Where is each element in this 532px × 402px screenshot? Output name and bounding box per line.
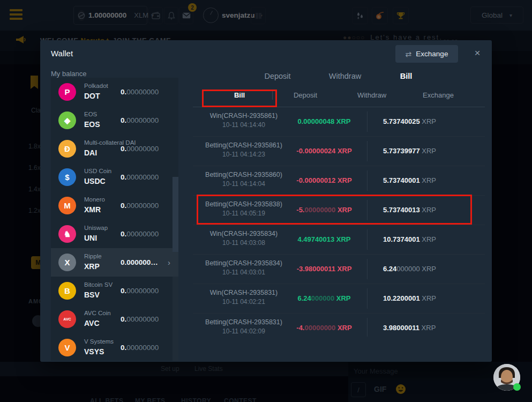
bill-row-time: 10-11 04:03:01 xyxy=(193,269,295,276)
bill-row-balance: 5.73740013 XRP xyxy=(383,206,436,214)
bill-row-amount: -5.00000000 XRP xyxy=(284,206,364,214)
bill-row: Betting(CRASH-2935834) 10-11 04:03:01 -3… xyxy=(193,255,485,284)
bill-row-description: Betting(CRASH-2935860) 10-11 04:14:04 xyxy=(193,166,295,195)
bill-row-balance: 10.7374001 XRP xyxy=(383,235,436,243)
bill-row-time: 10-11 04:05:19 xyxy=(193,210,295,217)
coin-list-item[interactable]: B Bitcoin SV BSV 0.00000000 › xyxy=(51,277,178,305)
bill-row: Betting(CRASH-2935831) 10-11 04:02:09 -4… xyxy=(193,314,485,337)
coin-balance: 0.00000000 xyxy=(121,116,159,124)
coin-list-item[interactable]: X Ripple XRP 0.000000… › xyxy=(51,248,178,277)
coin-list-item[interactable]: M Monero XMR 0.00000000 › xyxy=(51,191,178,220)
wallet-tab-deposit[interactable]: Deposit xyxy=(264,72,290,80)
bill-row-divider xyxy=(367,200,368,220)
online-status-dot xyxy=(513,383,521,391)
coin-balance: 0.00000000 xyxy=(121,173,159,181)
bill-row-time: 10-11 04:14:40 xyxy=(193,121,295,129)
coin-logo-icon: B xyxy=(58,282,76,300)
coin-logo-icon: ◆ xyxy=(58,111,76,129)
bill-row-balance: 5.73739977 XRP xyxy=(383,147,436,155)
coin-logo-icon: X xyxy=(58,254,76,271)
bill-row-amount: -4.00000000 XRP xyxy=(284,324,364,332)
coin-list-item[interactable]: $ USD Coin USDC 0.00000000 › xyxy=(51,163,178,191)
bill-row-description: Betting(CRASH-2935861) 10-11 04:14:23 xyxy=(193,137,295,166)
close-icon[interactable]: × xyxy=(472,47,483,59)
bill-row-type: Betting(CRASH-2935838) xyxy=(193,200,295,208)
bill-row: Betting(CRASH-2935861) 10-11 04:14:23 -0… xyxy=(193,137,485,166)
app-window: 1.00000000 XLM ▾ 2 svenjatzu ▾ B xyxy=(0,0,532,402)
coin-list-item[interactable]: Đ Multi-collateral DAI DAI 0.00000000 › xyxy=(51,135,178,163)
exchange-arrows-icon: ⇄ xyxy=(406,50,412,58)
bill-row-balance: 5.73740001 XRP xyxy=(383,176,436,184)
coin-logo-icon: $ xyxy=(58,168,76,186)
bill-row-balance: 3.98000011 XRP xyxy=(383,324,436,332)
bill-subtab-exchange[interactable]: Exchange xyxy=(423,91,454,99)
coin-name: Monero xyxy=(84,196,105,203)
bill-row-type: Win(CRASH-2935831) xyxy=(193,289,295,296)
coin-list-item[interactable]: P Polkadot DOT 0.00000000 › xyxy=(51,78,178,106)
coin-symbol: DAI xyxy=(84,148,97,157)
bill-row-divider xyxy=(367,259,368,279)
bill-row-description: Betting(CRASH-2935834) 10-11 04:03:01 xyxy=(193,255,295,284)
coin-balance: 0.00000000 xyxy=(121,344,159,352)
coin-list-item[interactable]: ♞ Uniswap UNI 0.00000000 › xyxy=(51,220,178,248)
bill-row-type: Betting(CRASH-2935831) xyxy=(193,318,295,326)
coin-balance: 0.00000000 xyxy=(121,145,159,153)
coin-symbol: XRP xyxy=(84,262,100,271)
bill-row-time: 10-11 04:14:04 xyxy=(193,180,295,188)
coin-balance: 0.00000000 xyxy=(121,287,159,295)
coin-symbol: XMR xyxy=(84,205,101,214)
coin-logo-icon: AVC xyxy=(58,310,76,328)
coin-list-item[interactable]: AVC AVC Coin AVC 0.00000000 › xyxy=(51,305,178,333)
bill-row-type: Win(CRASH-2935861) xyxy=(193,112,295,120)
bill-row-divider xyxy=(367,288,368,309)
bill-row: Win(CRASH-2935834) 10-11 04:03:08 4.4974… xyxy=(193,225,485,255)
bill-transaction-list: Win(CRASH-2935861) 10-11 04:14:40 0.0000… xyxy=(193,107,485,337)
chevron-right-icon: › xyxy=(168,258,170,267)
bill-row: Betting(CRASH-2935860) 10-11 04:14:04 -0… xyxy=(193,166,485,196)
bill-row-description: Betting(CRASH-2935838) 10-11 04:05:19 xyxy=(193,196,295,225)
exchange-button[interactable]: ⇄ Exchange xyxy=(395,45,458,63)
coin-symbol: EOS xyxy=(84,120,100,129)
bill-row-description: Betting(CRASH-2935831) 10-11 04:02:09 xyxy=(193,314,295,337)
bill-subtab-bill[interactable]: Bill xyxy=(234,91,245,99)
coin-list-item[interactable]: V V Systems VSYS 0.00000000 › xyxy=(51,333,178,361)
bill-subtab-deposit[interactable]: Deposit xyxy=(294,91,317,99)
coin-symbol: VSYS xyxy=(84,347,104,356)
coin-balance-list: P Polkadot DOT 0.00000000 › ◆ EOS EOS 0.… xyxy=(51,78,178,361)
coin-logo-icon: Đ xyxy=(58,140,76,158)
bill-row-type: Betting(CRASH-2935861) xyxy=(193,142,295,149)
wallet-tab-bill[interactable]: Bill xyxy=(400,72,413,80)
bill-subtab-withdraw[interactable]: Withdraw xyxy=(357,91,386,99)
coin-name: AVC Coin xyxy=(84,310,111,316)
bill-row-divider xyxy=(367,229,368,250)
bill-row-description: Win(CRASH-2935861) 10-11 04:14:40 xyxy=(193,107,295,136)
coin-balance: 0.000000… xyxy=(121,258,158,266)
coin-balance: 0.00000000 xyxy=(121,202,159,210)
my-balance-label: My balance xyxy=(51,70,86,78)
coin-name: V Systems xyxy=(84,338,114,345)
bill-row-divider xyxy=(367,318,368,337)
bill-row-type: Betting(CRASH-2935834) xyxy=(193,259,295,267)
bill-row-amount: 0.00000048 XRP xyxy=(284,117,364,125)
bill-row-type: Win(CRASH-2935834) xyxy=(193,230,295,237)
coin-list-item[interactable]: ◆ EOS EOS 0.00000000 › xyxy=(51,106,178,135)
coin-symbol: UNI xyxy=(84,234,97,242)
bill-row-description: Win(CRASH-2935831) 10-11 04:02:21 xyxy=(193,284,295,313)
bill-row-amount: -3.98000011 XRP xyxy=(284,265,364,273)
coin-logo-icon: M xyxy=(58,197,76,214)
coin-name: USD Coin xyxy=(84,168,111,174)
coin-logo-icon: ♞ xyxy=(58,225,76,243)
wallet-tab-withdraw[interactable]: Withdraw xyxy=(329,72,361,80)
bill-row-divider xyxy=(367,170,368,191)
coin-symbol: BSV xyxy=(84,291,100,299)
bill-row: Win(CRASH-2935831) 10-11 04:02:21 6.2400… xyxy=(193,284,485,314)
bill-row-balance: 6.24000000 XRP xyxy=(383,265,436,273)
bill-row-amount: -0.00000012 XRP xyxy=(284,176,364,184)
coin-name: Ripple xyxy=(84,253,102,259)
bill-row-time: 10-11 04:02:09 xyxy=(193,327,295,335)
bill-row-type: Betting(CRASH-2935860) xyxy=(193,171,295,178)
coin-logo-icon: V xyxy=(58,339,76,356)
scrollbar-thumb[interactable] xyxy=(173,177,178,252)
bill-row: Win(CRASH-2935861) 10-11 04:14:40 0.0000… xyxy=(193,107,485,137)
bill-row-amount: 4.49740013 XRP xyxy=(284,235,364,243)
